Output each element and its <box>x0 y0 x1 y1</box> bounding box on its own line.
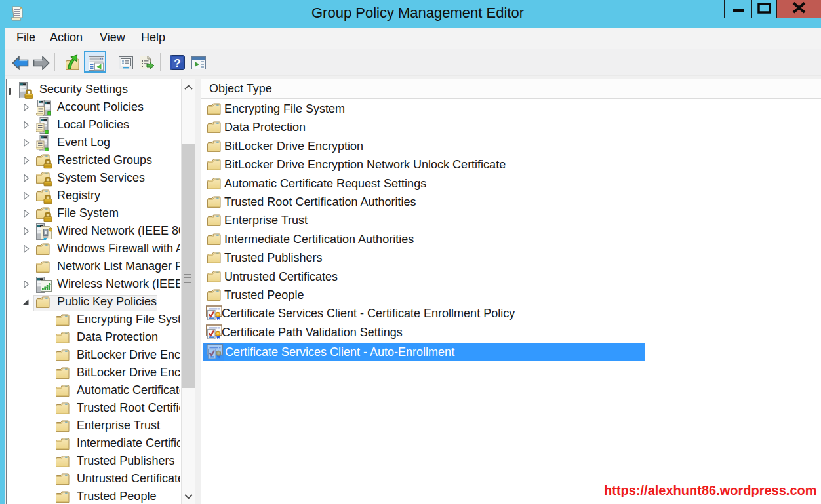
svg-text:?: ? <box>174 57 180 69</box>
